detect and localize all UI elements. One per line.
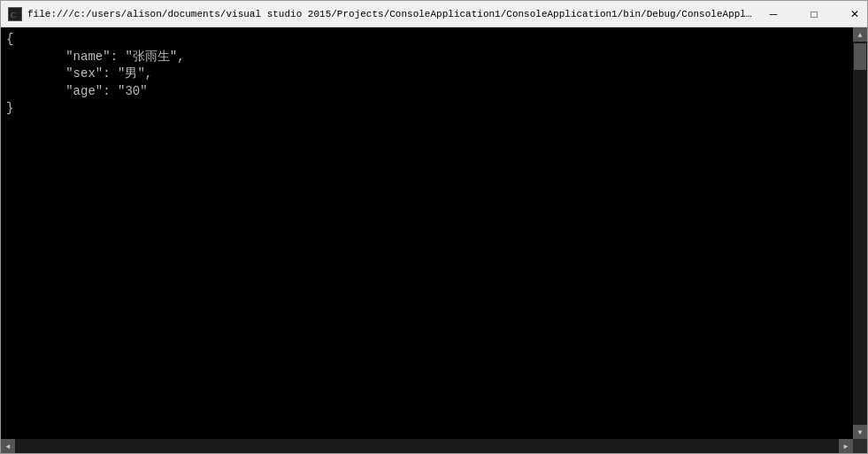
close-button[interactable]: ✕ — [834, 1, 868, 27]
title-bar: C file:///c:/users/alison/documents/visu… — [1, 1, 867, 27]
restore-button[interactable]: □ — [794, 1, 834, 27]
svg-text:C: C — [11, 11, 16, 19]
app-window: C file:///c:/users/alison/documents/visu… — [0, 0, 868, 454]
vertical-scrollbar[interactable]: ▲ ▼ — [853, 27, 867, 439]
scroll-left-button[interactable]: ◄ — [1, 439, 15, 453]
scroll-track-vertical — [853, 42, 867, 425]
scrollbar-corner — [853, 439, 867, 453]
scroll-down-button[interactable]: ▼ — [853, 425, 867, 439]
window-controls: ─ □ ✕ — [753, 1, 868, 27]
scroll-up-button[interactable]: ▲ — [853, 27, 867, 42]
app-icon: C — [8, 7, 22, 21]
scroll-track-horizontal — [15, 439, 839, 453]
minimize-button[interactable]: ─ — [753, 1, 794, 27]
window-title: file:///c:/users/alison/documents/visual… — [27, 9, 753, 19]
console-output: { "name": "张雨生", "sex": "男", "age": "30"… — [1, 27, 853, 439]
horizontal-scrollbar[interactable]: ◄ ► — [1, 439, 853, 453]
console-area: { "name": "张雨生", "sex": "男", "age": "30"… — [1, 27, 867, 453]
scroll-right-button[interactable]: ► — [839, 439, 853, 453]
title-bar-left: C file:///c:/users/alison/documents/visu… — [8, 7, 753, 21]
scroll-thumb-vertical[interactable] — [854, 43, 866, 70]
